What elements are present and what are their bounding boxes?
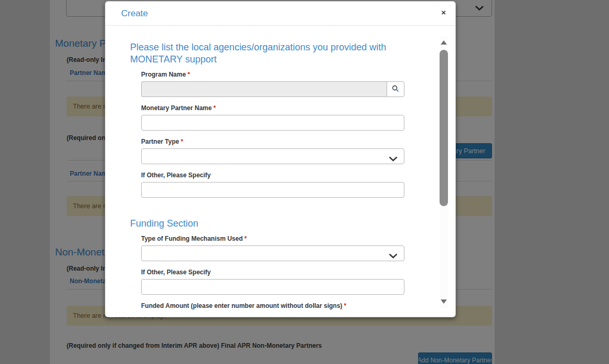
monetary-partner-name-group: Monetary Partner Name*	[141, 104, 404, 131]
program-name-search-button[interactable]	[387, 81, 404, 97]
required-asterisk: *	[244, 235, 247, 242]
scroll-down-arrow[interactable]	[441, 299, 447, 304]
modal-scrollbar[interactable]	[440, 36, 448, 308]
monetary-partner-name-label: Monetary Partner Name	[141, 104, 212, 112]
program-name-input	[141, 81, 387, 97]
required-asterisk: *	[344, 302, 347, 309]
funding-mechanism-group: Type of Funding Mechanism Used*	[141, 235, 404, 261]
required-asterisk: *	[180, 138, 183, 145]
scroll-up-arrow[interactable]	[441, 40, 447, 45]
monetary-partner-name-input[interactable]	[141, 115, 404, 131]
scrollbar-thumb[interactable]	[440, 50, 448, 206]
partner-type-label: Partner Type	[141, 138, 179, 145]
funding-other-specify-group: If Other, Please Specify	[141, 269, 404, 295]
program-name-group: Program Name*	[141, 71, 404, 97]
chevron-down-icon	[389, 251, 398, 261]
funded-amount-group: Funded Amount (please enter number amoun…	[141, 302, 404, 310]
modal-title: Create	[121, 8, 148, 18]
search-icon	[392, 85, 399, 94]
funding-other-specify-input[interactable]	[141, 279, 404, 295]
funding-mechanism-select[interactable]	[141, 245, 404, 261]
close-button[interactable]: ×	[441, 8, 446, 17]
program-name-label: Program Name	[141, 71, 186, 78]
required-asterisk: *	[187, 71, 190, 78]
partner-other-specify-group: If Other, Please Specify	[141, 172, 404, 198]
partner-type-group: Partner Type*	[141, 138, 404, 164]
funding-section-heading: Funding Section	[130, 218, 404, 230]
partner-type-select[interactable]	[141, 148, 404, 164]
modal-header: Create ×	[105, 2, 455, 26]
funding-other-specify-label: If Other, Please Specify	[141, 269, 211, 276]
modal-body: Please list the local agencies/organizat…	[105, 26, 455, 310]
monetary-support-section-heading: Please list the local agencies/organizat…	[130, 41, 404, 66]
create-modal: Create × Please list the local agencies/…	[105, 1, 456, 317]
funding-mechanism-label: Type of Funding Mechanism Used	[141, 235, 243, 242]
partner-other-specify-input[interactable]	[141, 182, 404, 198]
partner-other-specify-label: If Other, Please Specify	[141, 172, 211, 179]
funded-amount-label: Funded Amount (please enter number amoun…	[141, 302, 343, 309]
close-icon: ×	[441, 8, 446, 17]
required-asterisk: *	[213, 104, 216, 112]
chevron-down-icon	[389, 154, 398, 164]
